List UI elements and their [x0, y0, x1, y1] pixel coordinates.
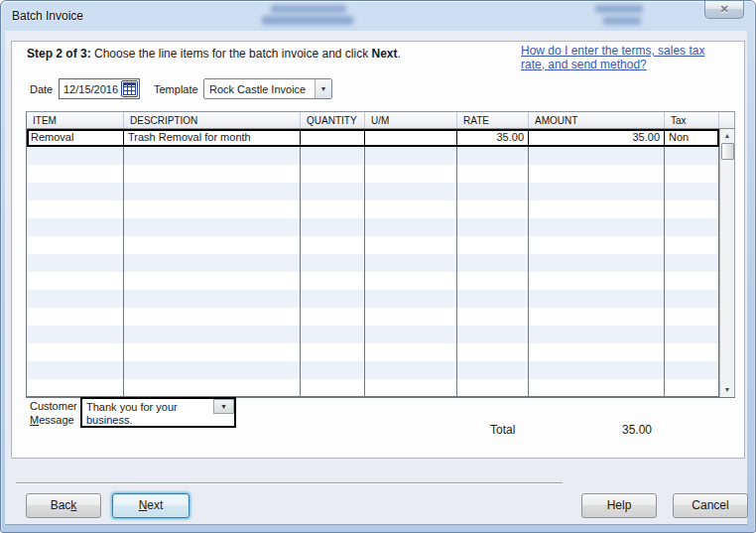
cell-quantity[interactable]: [301, 361, 365, 379]
cancel-button[interactable]: Cancel: [673, 493, 748, 518]
cell-rate[interactable]: [457, 308, 529, 326]
table-row[interactable]: [27, 236, 719, 254]
cell-tax[interactable]: [665, 343, 719, 361]
column-header-quantity[interactable]: QUANTITY: [301, 112, 365, 128]
cell-um[interactable]: [365, 290, 457, 308]
cell-rate[interactable]: [457, 290, 529, 308]
table-row[interactable]: [27, 218, 719, 236]
table-row[interactable]: [27, 379, 719, 397]
cell-item[interactable]: [27, 200, 124, 218]
cell-um[interactable]: [365, 218, 457, 236]
cell-tax[interactable]: [665, 218, 719, 236]
scrollbar-thumb[interactable]: [721, 143, 734, 160]
cell-description[interactable]: [124, 254, 301, 272]
table-row[interactable]: [27, 254, 719, 272]
cell-rate[interactable]: [457, 218, 529, 236]
table-row[interactable]: [27, 343, 719, 361]
cell-um[interactable]: [365, 200, 457, 218]
cell-quantity[interactable]: [301, 326, 365, 343]
template-dropdown[interactable]: Rock Castle Invoice ▼: [203, 78, 332, 99]
cell-description[interactable]: [124, 200, 301, 218]
cell-quantity[interactable]: [301, 308, 365, 326]
cell-quantity[interactable]: [301, 236, 365, 254]
cell-quantity[interactable]: [301, 200, 365, 218]
cell-amount[interactable]: [529, 218, 665, 236]
cell-tax[interactable]: [665, 147, 719, 165]
table-row[interactable]: [27, 361, 719, 379]
cell-um[interactable]: [365, 129, 457, 147]
cell-rate[interactable]: [457, 272, 529, 290]
cell-item[interactable]: [27, 254, 124, 272]
cell-rate[interactable]: [457, 236, 529, 254]
cell-item[interactable]: [27, 183, 124, 200]
cell-um[interactable]: [365, 272, 457, 290]
table-scrollbar[interactable]: ▲ ▼: [719, 129, 734, 397]
cell-um[interactable]: [365, 254, 457, 272]
table-row[interactable]: RemovalTrash Removal for month35.0035.00…: [27, 129, 719, 147]
cell-tax[interactable]: [665, 254, 719, 272]
cell-description[interactable]: [124, 361, 301, 379]
cell-rate[interactable]: [457, 343, 529, 361]
cell-um[interactable]: [365, 326, 457, 343]
cell-amount[interactable]: [529, 308, 665, 326]
close-button[interactable]: ✕: [704, 1, 744, 19]
cell-amount[interactable]: [529, 200, 665, 218]
column-header-um[interactable]: U/M: [365, 112, 457, 128]
cell-um[interactable]: [365, 165, 457, 183]
cell-amount[interactable]: [529, 272, 665, 290]
cell-item[interactable]: [27, 290, 124, 308]
cell-item[interactable]: [27, 379, 124, 397]
cell-quantity[interactable]: [301, 218, 365, 236]
table-row[interactable]: [27, 147, 719, 165]
table-row[interactable]: [27, 326, 719, 343]
cell-description[interactable]: [124, 308, 301, 326]
cell-rate[interactable]: [457, 379, 529, 397]
cell-quantity[interactable]: [301, 290, 365, 308]
cell-um[interactable]: [365, 236, 457, 254]
cell-amount[interactable]: [529, 361, 665, 379]
cell-item[interactable]: [27, 147, 124, 165]
cell-amount[interactable]: [529, 343, 665, 361]
cell-quantity[interactable]: [301, 129, 365, 147]
table-row[interactable]: [27, 200, 719, 218]
cell-quantity[interactable]: [301, 183, 365, 200]
cell-tax[interactable]: [665, 308, 719, 326]
cell-tax[interactable]: [665, 326, 719, 343]
table-row[interactable]: [27, 165, 719, 183]
cell-amount[interactable]: [529, 183, 665, 200]
help-link[interactable]: How do I enter the terms, sales tax rate…: [521, 44, 715, 71]
cell-rate[interactable]: [457, 165, 529, 183]
cell-item[interactable]: [27, 343, 124, 361]
table-row[interactable]: [27, 183, 719, 200]
column-header-item[interactable]: ITEM: [27, 112, 124, 128]
cell-description[interactable]: [124, 165, 301, 183]
cell-amount[interactable]: [529, 379, 665, 397]
cell-rate[interactable]: [457, 183, 529, 200]
cell-description[interactable]: Trash Removal for month: [124, 129, 301, 147]
back-button[interactable]: Back: [26, 493, 101, 518]
cell-description[interactable]: [124, 272, 301, 290]
cell-quantity[interactable]: [301, 272, 365, 290]
cell-quantity[interactable]: [301, 147, 365, 165]
date-value[interactable]: 12/15/2016: [60, 83, 121, 95]
title-bar[interactable]: Batch Invoice ✕: [1, 1, 756, 31]
scroll-down-icon[interactable]: ▼: [720, 383, 735, 397]
column-header-description[interactable]: DESCRIPTION: [124, 112, 301, 128]
chevron-down-icon[interactable]: ▼: [315, 79, 331, 98]
cell-item[interactable]: [27, 165, 124, 183]
table-row[interactable]: [27, 308, 719, 326]
cell-quantity[interactable]: [301, 379, 365, 397]
cell-item[interactable]: [27, 218, 124, 236]
chevron-down-icon[interactable]: ▼: [213, 399, 234, 414]
customer-message-dropdown[interactable]: Thank you for your business. ▼: [80, 397, 236, 428]
cell-description[interactable]: [124, 343, 301, 361]
cell-tax[interactable]: [665, 379, 719, 397]
cell-tax[interactable]: Non: [665, 129, 719, 147]
cell-amount[interactable]: 35.00: [529, 129, 665, 147]
cell-item[interactable]: [27, 361, 124, 379]
cell-item[interactable]: [27, 308, 124, 326]
cell-um[interactable]: [365, 379, 457, 397]
date-field[interactable]: 12/15/2016: [59, 78, 140, 99]
cell-description[interactable]: [124, 290, 301, 308]
cell-tax[interactable]: [665, 236, 719, 254]
